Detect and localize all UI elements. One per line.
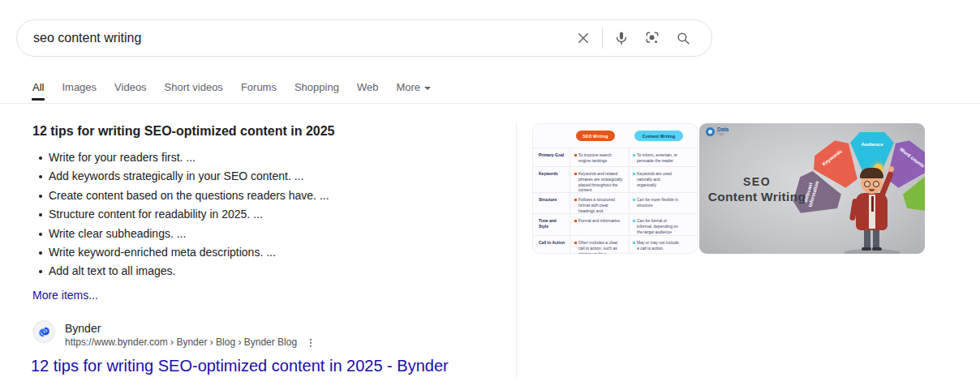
google-search-results-page: seo content writing (0, 0, 980, 390)
mic-icon[interactable] (606, 22, 637, 54)
table-row: Tone and Style Formal and informative Ca… (532, 213, 698, 235)
bynder-favicon (32, 320, 55, 343)
thumbnail-seo-vs-content-table[interactable]: SEO Writing Content Writing Primary Goal… (532, 123, 698, 254)
thumbnail-seo-content-writing-illustration[interactable]: Data Flair SEO Content Writing Relevant … (699, 123, 925, 254)
brand-text: Flair (717, 132, 729, 136)
tab-images[interactable]: Images (62, 81, 97, 93)
source-breadcrumb: https://www.bynder.com › Bynder › Blog ›… (65, 336, 297, 349)
table-row: Keywords Keywords and related phrases ar… (532, 166, 698, 192)
seo-cell: To improve search engine rankings (574, 152, 625, 166)
search-bar[interactable]: seo content writing (16, 19, 712, 57)
result-type-tabs: All Images Videos Short videos Forums Sh… (32, 81, 431, 93)
row-label: Tone and Style (539, 218, 566, 235)
source-text: Bynder https://www.bynder.com › Bynder ›… (65, 320, 316, 349)
seo-cell: Follows a structured format with clear h… (574, 197, 625, 213)
table-row: Call to Action Often includes a clear ca… (532, 235, 698, 254)
chevron-down-icon (424, 87, 431, 90)
seo-cell: Keywords and related phrases are strateg… (574, 171, 625, 192)
tab-more-label: More (396, 81, 420, 93)
snippet-bullet: Write keyword-enriched meta descriptions… (32, 245, 381, 260)
snippet-bullet: Write for your readers first. ... (32, 150, 381, 165)
tab-more[interactable]: More (396, 81, 431, 93)
illustration-title-line2: Content Writing (699, 190, 815, 204)
comparison-table: Primary Goal To improve search engine ra… (532, 148, 698, 254)
tab-shopping[interactable]: Shopping (294, 81, 339, 93)
snippet-bullet: Create content based on the questions re… (32, 188, 381, 204)
dataflair-logo: Data Flair (706, 127, 729, 136)
seo-cell: Formal and informative (574, 218, 625, 235)
tab-forums[interactable]: Forums (241, 81, 277, 93)
row-label: Primary Goal (539, 152, 566, 166)
search-bar-divider (602, 28, 603, 49)
snippet-bullet-list: Write for your readers first. ... Add ke… (32, 150, 381, 283)
snippet-heading: 12 tips for writing SEO-optimized conten… (32, 124, 335, 139)
search-icon[interactable] (668, 22, 698, 54)
row-label: Structure (539, 197, 566, 213)
search-input[interactable]: seo content writing (33, 31, 568, 45)
snippet-bullet: Add alt text to all images. (32, 264, 381, 279)
content-cell: To inform, entertain, or persuade the re… (633, 152, 680, 166)
tabbar-divider (0, 103, 980, 104)
tab-all[interactable]: All (32, 81, 44, 93)
content-divider (516, 122, 517, 379)
source-site-name: Bynder (65, 322, 316, 336)
snippet-bullet: Structure content for readability in 202… (32, 207, 381, 222)
tab-short-videos[interactable]: Short videos (165, 81, 223, 93)
clear-icon[interactable] (568, 22, 599, 54)
snippet-bullet: Add keywords strategically in your SEO c… (32, 169, 381, 184)
result-title-link[interactable]: 12 tips for writing SEO-optimized conten… (31, 357, 449, 375)
row-label: Call to Action (539, 240, 566, 254)
illustration-title-line1: SEO (699, 175, 815, 188)
row-label: Keywords (539, 171, 566, 192)
illustration-title: SEO Content Writing (699, 175, 815, 204)
seo-cell: Often includes a clear call to action, s… (574, 240, 625, 254)
more-options-icon[interactable] (305, 337, 316, 349)
lens-icon[interactable] (637, 22, 668, 54)
dataflair-logo-icon (706, 127, 715, 136)
content-cell: Can be formal or informal, depending on … (633, 218, 680, 235)
content-cell: May or may not include a call to action (633, 240, 680, 254)
content-cell: Keywords are used naturally and organica… (633, 171, 680, 192)
tab-videos[interactable]: Videos (114, 81, 147, 93)
pill-content-writing: Content Writing (634, 131, 683, 141)
content-cell: Can be more flexible in structure (633, 197, 680, 213)
search-bar-actions (568, 22, 698, 54)
table-row: Primary Goal To improve search engine ra… (532, 148, 698, 166)
pill-seo-writing: SEO Writing (576, 131, 615, 141)
table-row: Structure Follows a structured format wi… (532, 192, 698, 213)
snippet-bullet: Write clear subheadings. ... (32, 226, 381, 242)
more-items-link[interactable]: More items... (32, 289, 98, 302)
tab-web[interactable]: Web (357, 81, 379, 93)
result-source[interactable]: Bynder https://www.bynder.com › Bynder ›… (32, 320, 316, 349)
